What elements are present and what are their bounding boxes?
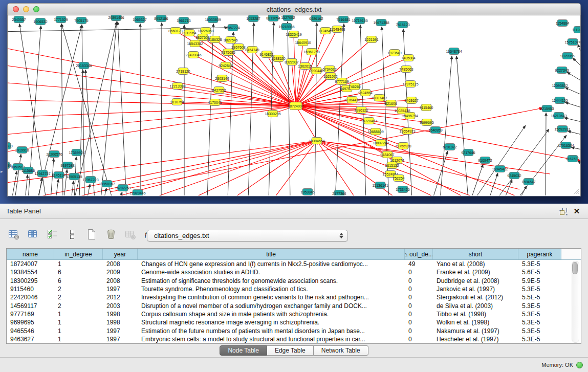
graph-node[interactable]: 16033809 <box>205 16 221 23</box>
graph-edge[interactable] <box>567 72 580 81</box>
table-cell[interactable]: Dudbridge et al. (2008) <box>433 277 518 285</box>
graph-node[interactable]: 1961713 <box>177 17 190 24</box>
graph-node[interactable]: 6734022 <box>322 66 336 73</box>
network-window-titlebar[interactable]: citations_edges.txt <box>7 3 581 15</box>
graph-edge[interactable] <box>440 56 452 195</box>
table-cell[interactable]: Disruption of a novel member of a sodium… <box>138 302 405 310</box>
graph-edge[interactable] <box>25 174 28 195</box>
select-columns-icon[interactable] <box>46 228 59 241</box>
graph-node[interactable]: 746266 <box>349 83 360 90</box>
graph-node[interactable]: 2056690 <box>8 143 13 149</box>
table-cell[interactable]: 0 <box>405 277 433 285</box>
graph-node[interactable]: 1919918 <box>15 147 29 154</box>
table-cell[interactable]: Yano et al. (2008) <box>433 260 518 268</box>
table-columns-icon[interactable] <box>27 228 40 241</box>
table-cell[interactable]: Hescheler et al. (1997) <box>433 336 518 343</box>
table-cell[interactable]: 5.5E-5 <box>518 294 561 301</box>
table-cell[interactable]: 1998 <box>103 319 138 326</box>
graph-edge[interactable] <box>71 181 74 195</box>
table-cell[interactable]: Tibbo et al. (1998) <box>433 311 518 318</box>
table-cell[interactable]: 1 <box>54 319 103 326</box>
graph-node[interactable]: 8215953 <box>540 105 554 112</box>
table-cell[interactable]: 1997 <box>103 327 138 335</box>
table-cell[interactable]: 1997 <box>103 286 138 293</box>
graph-edge[interactable] <box>140 24 141 195</box>
graph-node[interactable]: 17957223 <box>82 177 98 183</box>
table-cell[interactable]: Estimation of the future numbers of pati… <box>138 327 405 335</box>
graph-node[interactable]: 7905175 <box>74 17 88 24</box>
table-cell[interactable]: 5.6E-5 <box>518 269 561 276</box>
table-cell[interactable]: 2008 <box>103 260 138 268</box>
graph-edge[interactable] <box>546 113 546 195</box>
graph-node[interactable]: 17359924 <box>69 149 84 156</box>
graph-node[interactable]: 1527002 <box>281 15 295 21</box>
table-cell[interactable]: 9699695 <box>7 319 54 326</box>
table-cell[interactable]: Estimation of significance thresholds fo… <box>138 277 405 285</box>
close-window-button[interactable] <box>13 6 19 12</box>
graph-node[interactable]: 8322037 <box>285 59 298 65</box>
graph-node[interactable]: 16648784 <box>446 48 462 55</box>
graph-node[interactable]: 1115686 <box>21 167 35 174</box>
table-cell[interactable]: 5.3E-5 <box>518 327 561 335</box>
graph-node[interactable]: 8813054 <box>266 15 280 21</box>
table-cell[interactable]: 0 <box>405 327 433 335</box>
table-cell[interactable]: 5.3E-5 <box>518 336 561 343</box>
graph-edge[interactable] <box>565 87 580 95</box>
table-cell[interactable]: 2003 <box>103 302 138 310</box>
graph-node[interactable]: 7857224 <box>226 25 239 31</box>
graph-node[interactable]: 1694547 <box>521 179 535 185</box>
table-cell[interactable]: 0 <box>405 311 433 318</box>
table-settings-icon[interactable] <box>7 228 20 241</box>
graph-node[interactable]: 1953846 <box>300 189 314 195</box>
graph-node[interactable]: 16961758 <box>303 49 319 55</box>
zoom-window-button[interactable] <box>33 6 39 12</box>
table-cell[interactable]: 2012 <box>103 294 138 301</box>
table-cell[interactable]: 19384554 <box>7 269 54 276</box>
tab-edge-table[interactable]: Edge Table <box>267 345 314 356</box>
graph-node[interactable]: 9990448 <box>309 68 323 74</box>
graph-edge[interactable] <box>8 106 296 136</box>
row-height-icon[interactable] <box>66 228 79 241</box>
table-cell[interactable]: 0 <box>405 336 433 343</box>
graph-node[interactable]: 8912954 <box>182 30 196 36</box>
graph-node[interactable]: 752254 <box>393 175 404 182</box>
graph-node[interactable]: 2867608 <box>231 44 245 51</box>
graph-edge[interactable] <box>222 78 296 106</box>
table-cell[interactable]: 1 <box>54 327 103 335</box>
table-cell[interactable]: Stergiakouli et al. (2012) <box>433 294 518 301</box>
graph-node[interactable]: 1588520 <box>271 55 285 62</box>
table-row[interactable]: 1830029562008Estimation of significance … <box>7 277 581 285</box>
graph-node[interactable]: 4170041 <box>208 99 222 106</box>
graph-node[interactable]: 8454749 <box>245 47 259 53</box>
graph-node[interactable]: 7515123 <box>396 21 409 28</box>
graph-node[interactable]: 8186328 <box>208 36 222 43</box>
graph-node[interactable]: 9777169 <box>335 78 349 85</box>
graph-node[interactable]: 6486162 <box>309 15 323 22</box>
network-canvas[interactable]: 2340557190653217715297905175208914061065… <box>8 15 580 195</box>
graph-node[interactable]: 20153346 <box>76 62 92 69</box>
graph-edge[interactable] <box>568 131 580 135</box>
table-cell[interactable]: Structural magnetic resonance image aver… <box>138 319 405 326</box>
graph-node[interactable]: 1112053 <box>572 27 580 33</box>
graph-edge[interactable] <box>8 82 296 106</box>
graph-node[interactable]: 1771529 <box>54 16 68 23</box>
table-cell[interactable]: Jankovic et al. (1997) <box>433 286 518 293</box>
table-row[interactable]: 969969511998Structural magnetic resonanc… <box>7 318 581 326</box>
close-panel-icon[interactable]: ✕ <box>572 206 582 216</box>
graph-node[interactable]: 9484067 <box>380 151 394 158</box>
graph-node[interactable]: 1973549 <box>387 50 401 56</box>
graph-node[interactable]: 22420046 <box>185 52 201 58</box>
graph-node[interactable]: 8952186 <box>154 15 168 22</box>
graph-node[interactable]: 9217646 <box>461 149 475 156</box>
float-window-icon[interactable] <box>558 206 569 216</box>
graph-node[interactable]: 18640910 <box>295 39 311 46</box>
table-cell[interactable]: 2 <box>54 286 103 293</box>
table-cell[interactable]: 5.3E-5 <box>518 302 561 310</box>
delete-table-icon[interactable] <box>124 228 137 241</box>
graph-edge[interactable] <box>61 24 63 195</box>
graph-node[interactable]: 7986322 <box>354 107 368 114</box>
graph-node[interactable]: 8427552 <box>212 87 226 94</box>
graph-node[interactable]: 12923446 <box>129 190 145 196</box>
graph-node[interactable]: 18325419 <box>286 31 301 38</box>
delete-trash-icon[interactable] <box>104 228 118 241</box>
